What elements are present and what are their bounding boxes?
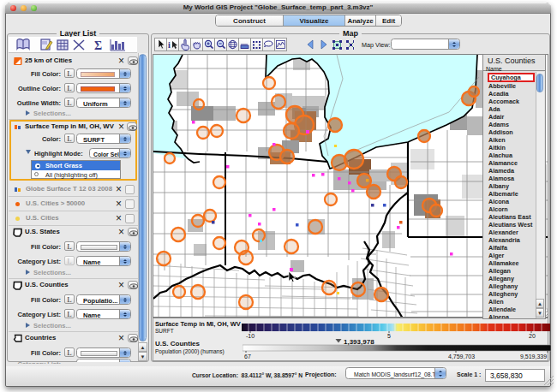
- svg-text:Σ: Σ: [94, 39, 102, 52]
- svg-text:i: i: [168, 40, 171, 50]
